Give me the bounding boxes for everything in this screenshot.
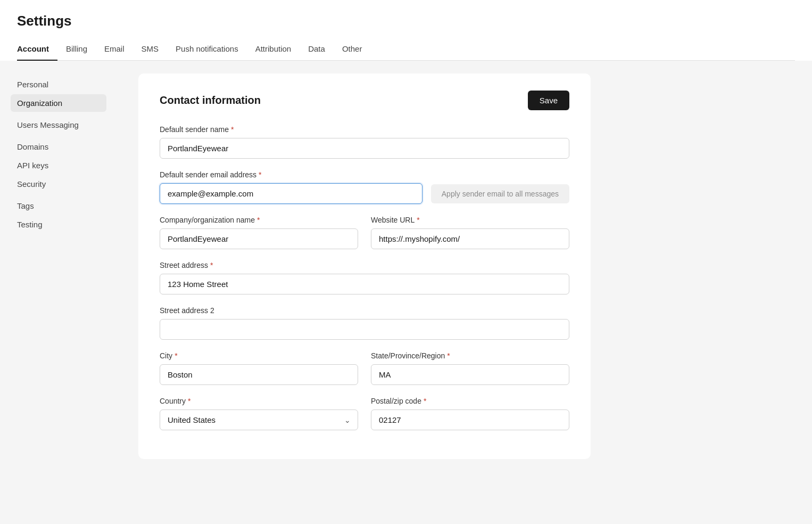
required-star-website: * (417, 216, 419, 224)
postal-code-field: Postal/zip code* (371, 397, 569, 430)
state-input[interactable] (371, 364, 569, 385)
city-label: City* (160, 351, 358, 360)
sidebar-section-main: Personal Organization (11, 76, 106, 112)
required-star-country: * (188, 397, 190, 405)
street-address-2-input[interactable] (160, 319, 569, 340)
city-input[interactable] (160, 364, 358, 385)
email-row: Apply sender email to all messages (160, 183, 569, 204)
company-name-label: Company/organization name* (160, 216, 358, 224)
sender-name-label: Default sender name* (160, 125, 569, 134)
main-layout: Personal Organization Users Messaging Do… (0, 61, 812, 524)
required-star-postal: * (424, 397, 426, 405)
sender-email-group: Default sender email address* Apply send… (160, 170, 569, 204)
card-title: Contact information (160, 94, 261, 107)
website-url-field: Website URL* (371, 216, 569, 249)
street-address-group: Street address* (160, 261, 569, 294)
required-star: * (231, 125, 234, 134)
required-star-email: * (259, 170, 261, 179)
sidebar-section-domains: Domains API keys Security (11, 138, 106, 193)
sidebar: Personal Organization Users Messaging Do… (0, 61, 117, 524)
sender-name-input[interactable] (160, 138, 569, 159)
apply-sender-email-button[interactable]: Apply sender email to all messages (431, 184, 569, 203)
street-address-2-label: Street address 2 (160, 306, 569, 315)
sender-email-label: Default sender email address* (160, 170, 569, 179)
main-content: Contact information Save Default sender … (117, 61, 812, 524)
country-field: Country* United States Canada United Kin… (160, 397, 358, 430)
company-website-group: Company/organization name* Website URL* (160, 216, 569, 249)
tab-sms[interactable]: SMS (133, 38, 168, 61)
state-field: State/Province/Region* (371, 351, 569, 385)
street-address-2-group: Street address 2 (160, 306, 569, 340)
sidebar-item-api-keys[interactable]: API keys (11, 157, 106, 174)
save-button[interactable]: Save (528, 91, 569, 110)
tab-other[interactable]: Other (334, 38, 371, 61)
sidebar-section-messaging: Users Messaging (11, 116, 106, 134)
top-nav: Account Billing Email SMS Push notificat… (17, 38, 795, 61)
sender-name-group: Default sender name* (160, 125, 569, 159)
sidebar-section-tags: Tags Testing (11, 197, 106, 233)
state-label: State/Province/Region* (371, 351, 569, 360)
country-postal-group: Country* United States Canada United Kin… (160, 397, 569, 430)
tab-attribution[interactable]: Attribution (247, 38, 300, 61)
country-select-wrapper: United States Canada United Kingdom Aust… (160, 410, 358, 430)
tab-data[interactable]: Data (300, 38, 334, 61)
city-field: City* (160, 351, 358, 385)
sidebar-item-personal[interactable]: Personal (11, 76, 106, 93)
postal-code-label: Postal/zip code* (371, 397, 569, 405)
company-name-field: Company/organization name* (160, 216, 358, 249)
required-star-street: * (210, 261, 213, 269)
sidebar-item-tags[interactable]: Tags (11, 197, 106, 215)
required-star-company: * (257, 216, 260, 224)
street-address-label: Street address* (160, 261, 569, 269)
tab-account[interactable]: Account (17, 38, 57, 61)
city-state-group: City* State/Province/Region* (160, 351, 569, 385)
contact-info-card: Contact information Save Default sender … (138, 73, 591, 459)
country-select[interactable]: United States Canada United Kingdom Aust… (160, 410, 358, 430)
sidebar-item-domains[interactable]: Domains (11, 138, 106, 155)
website-url-input[interactable] (371, 228, 569, 249)
sidebar-item-testing[interactable]: Testing (11, 216, 106, 233)
country-label: Country* (160, 397, 358, 405)
street-address-input[interactable] (160, 274, 569, 294)
tab-email[interactable]: Email (96, 38, 133, 61)
tab-push-notifications[interactable]: Push notifications (167, 38, 247, 61)
sidebar-item-users-messaging[interactable]: Users Messaging (11, 116, 106, 134)
page-header: Settings Account Billing Email SMS Push … (0, 0, 812, 61)
website-url-label: Website URL* (371, 216, 569, 224)
sender-email-input[interactable] (160, 183, 422, 204)
postal-code-input[interactable] (371, 410, 569, 430)
required-star-city: * (175, 351, 177, 360)
page-title: Settings (17, 13, 795, 29)
sidebar-item-security[interactable]: Security (11, 175, 106, 193)
sidebar-item-organization[interactable]: Organization (11, 94, 106, 112)
required-star-state: * (447, 351, 450, 360)
card-header: Contact information Save (160, 91, 569, 110)
company-name-input[interactable] (160, 228, 358, 249)
tab-billing[interactable]: Billing (57, 38, 96, 61)
